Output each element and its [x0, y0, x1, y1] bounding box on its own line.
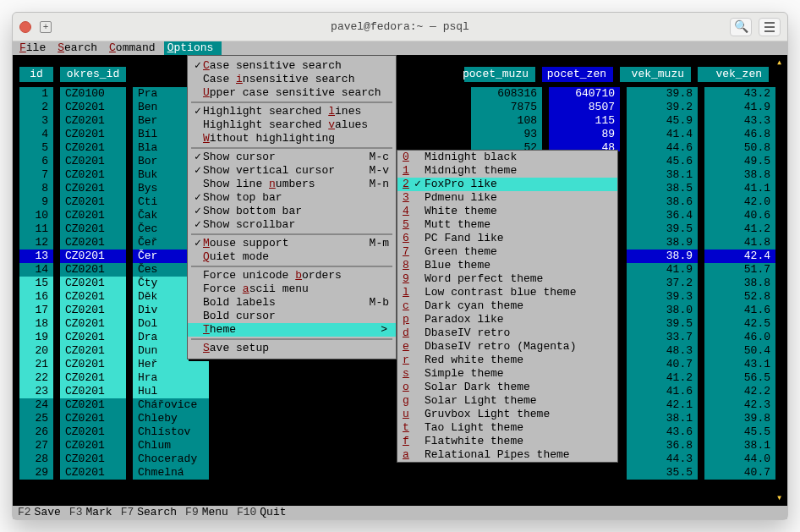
theme-item[interactable]: e DbaseIV retro (Magenta)	[397, 340, 617, 354]
menubar-file[interactable]: File	[16, 41, 54, 55]
footer-menu[interactable]: F9 Menu	[185, 506, 228, 519]
cell-num: 43.1	[704, 358, 775, 371]
theme-item[interactable]: 8 Blue theme	[397, 259, 617, 272]
theme-item[interactable]: t Tao Light theme	[397, 421, 617, 435]
cell-num: 44.6	[627, 141, 698, 155]
menubar-options[interactable]: Options	[164, 41, 222, 55]
options-item[interactable]: ✓Show bottom bar	[188, 205, 396, 218]
cell-num: 46.0	[704, 331, 775, 344]
theme-item[interactable]: 6 PC Fand like	[397, 232, 617, 245]
theme-item[interactable]: 0 Midnight black	[397, 151, 617, 164]
theme-item[interactable]: 2✓FoxPro like	[397, 178, 617, 191]
options-item[interactable]: ✓Show top bar	[188, 191, 396, 205]
options-item[interactable]: Case insensitive search	[188, 73, 396, 86]
theme-item[interactable]: 1 Midnight theme	[397, 164, 617, 178]
options-item[interactable]: ✓Show vertical cursorM-v	[188, 164, 396, 178]
options-item[interactable]: Without highlighting	[188, 132, 396, 145]
table-row[interactable]: 25CZ0201Chleby	[19, 412, 216, 425]
window-title: pavel@fedora:~ — psql	[13, 20, 787, 33]
theme-item[interactable]: p Paradox like	[397, 313, 617, 326]
theme-item[interactable]: 3 Pdmenu like	[397, 191, 617, 205]
theme-item[interactable]: s Simple theme	[397, 367, 617, 381]
theme-item[interactable]: 7 Green theme	[397, 245, 617, 259]
options-item[interactable]: ✓Case sensitive search	[188, 59, 396, 73]
theme-item[interactable]: r Red white theme	[397, 354, 617, 367]
cell-okres: CZ0201	[60, 425, 126, 439]
cell-id: 16	[19, 290, 53, 304]
options-item[interactable]: Bold labelsM-b	[188, 296, 396, 310]
search-icon[interactable]: 🔍	[730, 18, 752, 36]
theme-item[interactable]: f Flatwhite theme	[397, 435, 617, 448]
cell-num: 41.2	[627, 371, 698, 385]
cell-num: 42.4	[704, 250, 775, 263]
col-id[interactable]: id	[19, 67, 53, 82]
table-row[interactable]: 27CZ0201Chlum	[19, 439, 216, 452]
theme-item[interactable]: 5 Mutt theme	[397, 218, 617, 232]
cell-name: Chlum	[133, 439, 209, 452]
footer-quit[interactable]: F10 Quit	[237, 506, 287, 519]
close-button[interactable]	[19, 21, 31, 33]
options-item[interactable]: Theme>	[188, 323, 396, 337]
table-row[interactable]: 24CZ0201Chářovice	[19, 398, 216, 412]
cell-num: 36.4	[627, 209, 698, 222]
options-item[interactable]: Bold cursor	[188, 310, 396, 323]
theme-item[interactable]: o Solar Dark theme	[397, 381, 617, 394]
menubar-command[interactable]: Command	[106, 41, 164, 55]
theme-item[interactable]: 9 Word perfect theme	[397, 272, 617, 286]
cell-id: 29	[19, 466, 53, 480]
cell-num: 640710	[549, 87, 620, 101]
cell-num: 41.2	[704, 222, 775, 236]
cell-id: 4	[19, 128, 53, 141]
footer-save[interactable]: F2 Save	[18, 506, 61, 519]
options-item[interactable]: ✓Highlight searched lines	[188, 105, 396, 118]
options-item[interactable]: ✓Show scrollbar	[188, 218, 396, 232]
theme-item[interactable]: l Low contrast blue theme	[397, 286, 617, 299]
scroll-down-icon[interactable]: ▾	[776, 494, 785, 502]
menubar[interactable]: FileSearchCommandOptions	[13, 41, 787, 55]
col-vmuzu[interactable]: vek_muzu	[620, 67, 691, 82]
options-item[interactable]: Force unicode borders	[188, 269, 396, 282]
options-item[interactable]: Upper case sensitive search	[188, 86, 396, 100]
footer-mark[interactable]: F3 Mark	[69, 506, 112, 519]
table-row[interactable]: 29CZ0201Chmelná	[19, 466, 216, 480]
cell-num: 41.9	[704, 101, 775, 114]
options-item[interactable]: Show line numbersM-n	[188, 178, 396, 191]
new-tab-icon[interactable]: +	[40, 21, 52, 33]
options-menu[interactable]: ✓Case sensitive search Case insensitive …	[187, 55, 397, 359]
table-row[interactable]: 23CZ0201Hul	[19, 385, 216, 398]
table-row[interactable]: 26CZ0201Chlístov	[19, 425, 216, 439]
cell-okres: CZ0201	[60, 385, 126, 398]
theme-item[interactable]: a Relational Pipes theme	[397, 448, 617, 462]
table-row[interactable]: 28CZ0201Chocerady	[19, 452, 216, 466]
theme-item[interactable]: u Gruvbox Light theme	[397, 408, 617, 421]
col-okres[interactable]: okres_id	[60, 67, 126, 82]
col-vzen[interactable]: vek_zen	[698, 67, 769, 82]
cell-num: 50.4	[704, 344, 775, 358]
options-item[interactable]: Highlight searched values	[188, 118, 396, 132]
cell-name: Chocerady	[133, 452, 209, 466]
theme-item[interactable]: c Dark cyan theme	[397, 299, 617, 313]
col-pmuzu[interactable]: pocet_muzu	[464, 67, 535, 82]
table-row[interactable]: 22CZ0201Hra	[19, 371, 216, 385]
menubar-search[interactable]: Search	[54, 41, 106, 55]
scroll-up-icon[interactable]: ▴	[776, 58, 785, 67]
theme-item[interactable]: g Solar Light theme	[397, 394, 617, 408]
theme-item[interactable]: 4 White theme	[397, 205, 617, 218]
options-item[interactable]: ✓Show cursorM-c	[188, 151, 396, 164]
theme-item[interactable]: d DbaseIV retro	[397, 326, 617, 340]
options-item[interactable]: Save setup	[188, 342, 396, 355]
col-pzen[interactable]: pocet_zen	[542, 67, 613, 82]
options-item[interactable]: ✓Mouse supportM-m	[188, 237, 396, 250]
cell-okres: CZ0201	[60, 250, 126, 263]
cell-id: 8	[19, 182, 53, 195]
menu-icon[interactable]	[759, 18, 781, 36]
cell-okres: CZ0201	[60, 290, 126, 304]
cell-num: 7875	[471, 101, 542, 114]
table-row[interactable]: 21CZ0201Heř	[19, 358, 216, 371]
options-item[interactable]: Force ascii menu	[188, 282, 396, 296]
table-row-right: 938941.446.8	[464, 128, 775, 141]
theme-submenu[interactable]: 0 Midnight black1 Midnight theme2✓FoxPro…	[397, 150, 618, 463]
options-item[interactable]: Quiet mode	[188, 250, 396, 264]
cell-okres: CZ0201	[60, 358, 126, 371]
footer-search[interactable]: F7 Search	[121, 506, 177, 519]
